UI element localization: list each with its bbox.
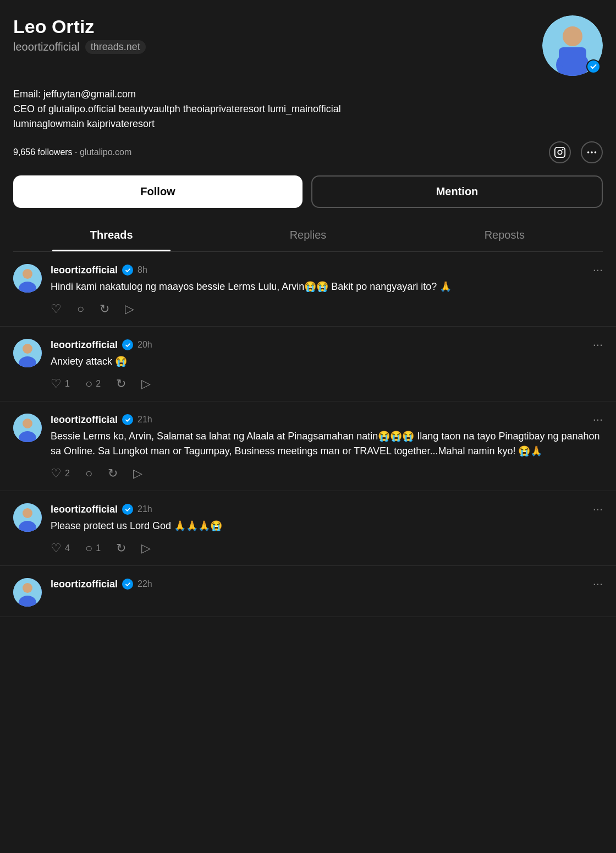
share-icon: ▷ (125, 302, 134, 316)
thread-text: Anxiety attack 😭 (51, 354, 603, 369)
verified-icon (122, 579, 133, 590)
bio-line3: luminaglowmain kaiprivateresort (13, 117, 603, 131)
more-options-icon[interactable] (581, 141, 603, 163)
instagram-icon[interactable] (549, 141, 571, 163)
thread-header: leoortizofficial 20h ··· (51, 339, 603, 351)
bio-line2: CEO of glutalipo.official beautyvaultph … (13, 102, 603, 117)
comment-button[interactable]: ○ 1 (85, 541, 101, 555)
avatar-container (542, 15, 603, 76)
thread-username: leoortizofficial (51, 265, 118, 276)
svg-point-9 (595, 151, 597, 153)
thread-more-button[interactable]: ··· (593, 339, 603, 351)
like-button[interactable]: ♡ 1 (51, 377, 70, 391)
thread-avatar (13, 339, 42, 367)
svg-point-20 (23, 508, 32, 518)
like-count: 2 (65, 469, 70, 478)
thread-content: leoortizofficial 21h ··· Please protect … (51, 503, 603, 555)
thread-actions: ♡ 2 ○ ↻ ▷ (51, 466, 603, 481)
comment-count: 1 (96, 543, 101, 553)
tab-reposts[interactable]: Reposts (406, 219, 603, 251)
thread-more-button[interactable]: ··· (593, 414, 603, 426)
verified-icon (122, 504, 133, 515)
thread-actions: ♡ ○ ↻ ▷ (51, 302, 603, 316)
profile-handle-row: leoortizofficial threads.net (13, 40, 542, 54)
comment-icon: ○ (85, 377, 92, 391)
tabs-row: Threads Replies Reposts (13, 219, 603, 252)
share-button[interactable]: ▷ (125, 302, 134, 316)
like-button[interactable]: ♡ (51, 302, 62, 316)
svg-point-7 (587, 151, 590, 153)
thread-actions: ♡ 1 ○ 2 ↻ ▷ (51, 377, 603, 391)
thread-text: Hindi kami nakatulog ng maayos bessie Le… (51, 279, 603, 294)
comment-button[interactable]: ○ 2 (85, 377, 101, 391)
profile-header: Leo Ortiz leoortizofficial threads.net (13, 15, 603, 76)
thread-more-button[interactable]: ··· (593, 264, 603, 276)
comment-icon: ○ (85, 466, 92, 481)
thread-more-button[interactable]: ··· (593, 503, 603, 515)
repost-icon: ↻ (116, 377, 126, 391)
repost-icon: ↻ (100, 302, 109, 316)
threads-list: leoortizofficial 8h ··· Hindi kami nakat… (0, 252, 616, 617)
thread-header: leoortizofficial 22h ··· (51, 578, 603, 590)
comment-count: 2 (96, 379, 101, 389)
thread-username: leoortizofficial (51, 579, 118, 590)
thread-more-button[interactable]: ··· (593, 578, 603, 590)
profile-info: Leo Ortiz leoortizofficial threads.net (13, 15, 542, 54)
profile-handle: leoortizofficial (13, 41, 80, 53)
svg-rect-3 (559, 47, 586, 67)
action-buttons: Follow Mention (13, 175, 603, 208)
comment-button[interactable]: ○ (85, 466, 92, 481)
thread-time: 21h (138, 415, 152, 425)
tab-replies[interactable]: Replies (210, 219, 406, 251)
verified-badge (586, 59, 601, 74)
social-icons (549, 141, 603, 163)
repost-button[interactable]: ↻ (108, 466, 118, 481)
website-link[interactable]: glutalipo.com (80, 147, 131, 157)
svg-rect-4 (555, 147, 565, 157)
heart-icon: ♡ (51, 377, 62, 391)
comment-button[interactable]: ○ (77, 302, 84, 316)
repost-button[interactable]: ↻ (116, 541, 126, 555)
svg-point-11 (23, 269, 32, 279)
svg-point-8 (591, 151, 593, 153)
profile-name: Leo Ortiz (13, 15, 542, 38)
comment-icon: ○ (85, 541, 92, 555)
svg-point-5 (558, 150, 562, 154)
thread-item: leoortizofficial 21h ··· Please protect … (0, 491, 616, 566)
repost-button[interactable]: ↻ (100, 302, 109, 316)
thread-text: Please protect us Lord God 🙏🙏🙏😭 (51, 519, 603, 533)
like-count: 4 (65, 543, 70, 553)
follow-button[interactable]: Follow (13, 175, 302, 208)
repost-button[interactable]: ↻ (116, 377, 126, 391)
followers-count: 9,656 followers · glutalipo.com (13, 147, 131, 157)
bio-line1: Email: jeffuytan@gmail.com (13, 87, 603, 102)
repost-icon: ↻ (108, 466, 118, 481)
thread-time: 8h (138, 265, 147, 275)
verified-icon (122, 414, 133, 425)
thread-username: leoortizofficial (51, 504, 118, 515)
thread-content: leoortizofficial 22h ··· (51, 578, 603, 607)
followers-text: 9,656 followers (13, 147, 73, 157)
thread-content: leoortizofficial 21h ··· Bessie Lerms ko… (51, 414, 603, 481)
share-icon: ▷ (133, 466, 142, 481)
tab-threads[interactable]: Threads (13, 219, 210, 251)
thread-avatar (13, 414, 42, 442)
thread-text: Bessie Lerms ko, Arvin, Salamat sa lahat… (51, 429, 603, 459)
thread-avatar (13, 578, 42, 607)
comment-icon: ○ (77, 302, 84, 316)
like-button[interactable]: ♡ 4 (51, 541, 70, 555)
svg-point-23 (23, 583, 32, 593)
share-button[interactable]: ▷ (141, 377, 151, 391)
thread-item: leoortizofficial 22h ··· (0, 566, 616, 617)
share-button[interactable]: ▷ (133, 466, 142, 481)
share-icon: ▷ (141, 541, 151, 555)
thread-time: 22h (138, 579, 152, 589)
profile-section: Leo Ortiz leoortizofficial threads.net (0, 0, 616, 252)
thread-avatar (13, 503, 42, 532)
like-button[interactable]: ♡ 2 (51, 466, 70, 481)
share-button[interactable]: ▷ (141, 541, 151, 555)
share-icon: ▷ (141, 377, 151, 391)
mention-button[interactable]: Mention (311, 175, 603, 208)
thread-header: leoortizofficial 21h ··· (51, 503, 603, 515)
thread-meta: leoortizofficial 21h (51, 504, 152, 515)
